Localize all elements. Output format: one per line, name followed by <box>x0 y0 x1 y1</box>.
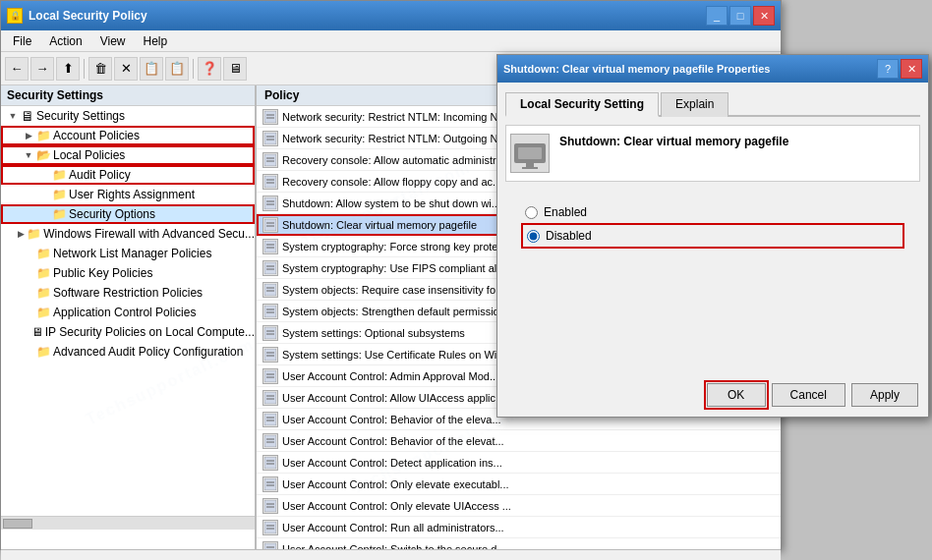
title-bar-left: 🔒 Local Security Policy <box>7 8 147 24</box>
svg-rect-60 <box>264 543 276 550</box>
local-policies-icon: 📂 <box>36 148 51 162</box>
monitor-button[interactable]: 🖥 <box>223 57 247 81</box>
policy-text: Recovery console: Allow automatic admini… <box>282 154 504 166</box>
policy-text: System cryptography: Force strong key pr… <box>282 241 507 252</box>
policy-icon <box>262 217 278 233</box>
expand-security-settings[interactable]: ▼ <box>5 108 21 124</box>
tree-item-windows-firewall[interactable]: ▶ 📁 Windows Firewall with Advanced Secu.… <box>1 224 255 244</box>
dialog-title-text: Shutdown: Clear virtual memory pagefile … <box>503 63 770 75</box>
tree-item-software-restriction[interactable]: 📁 Software Restriction Policies <box>1 283 255 303</box>
apply-button[interactable]: Apply <box>851 383 918 407</box>
dialog-close-button[interactable]: ✕ <box>901 59 922 79</box>
up-button[interactable]: ⬆ <box>56 57 80 81</box>
radio-disabled[interactable] <box>527 230 540 243</box>
radio-enabled[interactable] <box>525 206 538 219</box>
radio-enabled-item[interactable]: Enabled <box>525 205 901 219</box>
menu-bar: File Action View Help <box>1 30 781 52</box>
help-button[interactable]: ❓ <box>198 57 221 81</box>
policy-item[interactable]: User Account Control: Only elevate UIAcc… <box>257 495 781 517</box>
windows-firewall-icon: 📁 <box>27 227 41 241</box>
tree-label-account-policies: Account Policies <box>53 129 140 142</box>
expand-application-control[interactable] <box>21 305 36 320</box>
delete-button[interactable]: ✕ <box>114 57 138 81</box>
policy-text: User Account Control: Behavior of the el… <box>282 414 501 425</box>
tree-item-public-key[interactable]: 📁 Public Key Policies <box>1 263 255 283</box>
tree-label-user-rights: User Rights Assignment <box>69 188 195 201</box>
policy-text: System settings: Use Certificate Rules o… <box>282 349 505 361</box>
tree-label-local-policies: Local Policies <box>53 148 125 162</box>
tab-local-security-setting[interactable]: Local Security Setting <box>505 92 659 117</box>
cancel-button[interactable]: Cancel <box>772 383 845 407</box>
main-window-icon: 🔒 <box>7 8 23 24</box>
policy-icon <box>262 109 278 125</box>
tree-item-advanced-audit[interactable]: 📁 Advanced Audit Policy Configuration <box>1 342 255 362</box>
menu-action[interactable]: Action <box>41 32 89 50</box>
back-button[interactable]: ← <box>5 57 29 81</box>
tree-label-security-options: Security Options <box>69 207 155 221</box>
minimize-button[interactable]: _ <box>706 6 728 26</box>
policy-text: User Account Control: Allow UIAccess app… <box>282 392 504 404</box>
policy-text: Shutdown: Clear virtual memory pagefile <box>282 219 477 231</box>
policy-text: User Account Control: Run all administra… <box>282 522 504 533</box>
close-button[interactable]: ✕ <box>753 6 775 26</box>
radio-enabled-label: Enabled <box>544 205 587 219</box>
tree-label-application-control: Application Control Policies <box>53 306 196 319</box>
policy-icon <box>262 196 278 211</box>
dialog-content: Local Security Setting Explain Shutdown:… <box>497 83 928 262</box>
tree-item-ip-security[interactable]: 🖥 IP Security Policies on Local Compute.… <box>1 322 255 342</box>
policy-icon <box>262 152 278 168</box>
svg-rect-3 <box>264 133 276 144</box>
tree-item-security-settings[interactable]: ▼ 🖥 Security Settings <box>1 106 255 126</box>
policy-item[interactable]: User Account Control: Run all administra… <box>257 517 781 538</box>
expand-local-policies[interactable]: ▼ <box>21 147 36 163</box>
account-policies-icon: 📁 <box>36 129 51 142</box>
svg-rect-57 <box>264 522 276 533</box>
expand-network-list[interactable] <box>21 246 36 261</box>
expand-user-rights[interactable] <box>36 187 52 202</box>
expand-security-options[interactable] <box>36 206 52 222</box>
expand-account-policies[interactable]: ▶ <box>21 128 36 143</box>
radio-disabled-item[interactable]: Disabled <box>525 227 901 245</box>
expand-public-key[interactable] <box>21 265 36 281</box>
tree-item-local-policies[interactable]: ▼ 📂 Local Policies <box>1 145 255 165</box>
expand-software-restriction[interactable] <box>21 285 36 301</box>
policy-text: User Account Control: Admin Approval Mod… <box>282 370 498 382</box>
forward-button[interactable]: → <box>30 57 54 81</box>
menu-view[interactable]: View <box>92 32 134 50</box>
expand-audit-policy[interactable] <box>36 167 52 183</box>
expand-advanced-audit[interactable] <box>21 344 36 360</box>
scroll-thumb[interactable] <box>3 519 32 529</box>
ip-security-icon: 🖥 <box>31 325 43 339</box>
policy-item[interactable]: User Account Control: Detect application… <box>257 452 781 474</box>
menu-help[interactable]: Help <box>136 32 176 50</box>
tree-item-account-policies[interactable]: ▶ 📁 Account Policies <box>1 126 255 145</box>
tree-item-application-control[interactable]: 📁 Application Control Policies <box>1 303 255 322</box>
dialog-help-button[interactable]: ? <box>877 59 899 79</box>
tree-item-network-list[interactable]: 📁 Network List Manager Policies <box>1 244 255 263</box>
policy-item[interactable]: User Account Control: Only elevate execu… <box>257 474 781 495</box>
expand-ip-security[interactable] <box>18 324 31 340</box>
policy-icon <box>262 520 278 535</box>
tree-item-security-options[interactable]: 📁 Security Options <box>1 204 255 224</box>
tab-explain[interactable]: Explain <box>661 92 728 117</box>
radio-group: Enabled Disabled <box>505 196 920 254</box>
policy-icon <box>262 347 278 363</box>
ok-button[interactable]: OK <box>707 383 766 407</box>
svg-rect-0 <box>264 111 276 123</box>
svg-rect-51 <box>264 478 276 490</box>
policy-text: System objects: Require case insensitivi… <box>282 284 504 296</box>
tree-item-audit-policy[interactable]: 📁 Audit Policy <box>1 165 255 185</box>
tree-label-software-restriction: Software Restriction Policies <box>53 286 203 300</box>
properties-button[interactable]: 📋 <box>140 57 163 81</box>
show-hide-button[interactable]: 🗑 <box>88 57 112 81</box>
tree-item-user-rights[interactable]: 📁 User Rights Assignment <box>1 185 255 204</box>
menu-file[interactable]: File <box>5 32 39 50</box>
svg-rect-9 <box>264 176 276 188</box>
policy-item[interactable]: User Account Control: Switch to the secu… <box>257 538 781 549</box>
left-scrollbar[interactable] <box>1 516 255 530</box>
advanced-audit-icon: 📁 <box>36 345 51 359</box>
export-button[interactable]: 📋 <box>165 57 189 81</box>
policy-item[interactable]: User Account Control: Behavior of the el… <box>257 430 781 452</box>
maximize-button[interactable]: □ <box>729 6 751 26</box>
expand-windows-firewall[interactable]: ▶ <box>16 226 28 242</box>
